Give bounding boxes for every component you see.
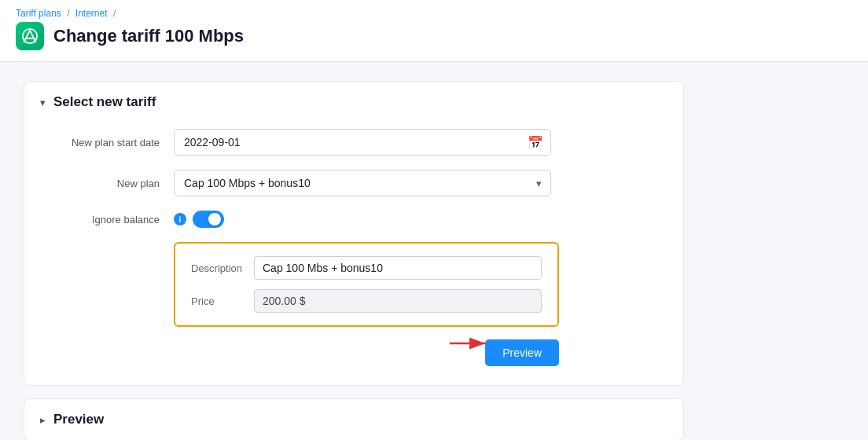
tariff-detail-box: Description Cap 100 Mbs + bonus10 Price … xyxy=(174,242,559,327)
ignore-balance-row: Ignore balance i xyxy=(48,211,660,228)
breadcrumb: Tariff plans / Internet / xyxy=(16,8,852,19)
breadcrumb-tariff-plans[interactable]: Tariff plans xyxy=(16,8,61,19)
start-date-row: New plan start date 📅 xyxy=(48,129,660,156)
breadcrumb-internet[interactable]: Internet xyxy=(75,8,108,19)
start-date-control: 📅 xyxy=(174,129,551,156)
page-title: Change tariff 100 Mbps xyxy=(53,26,244,46)
start-date-input[interactable] xyxy=(174,129,551,156)
ignore-balance-toggle[interactable] xyxy=(193,211,224,228)
preview-section: ▸ Preview xyxy=(24,398,684,440)
select-tariff-header[interactable]: ▾ Select new tariff xyxy=(24,82,683,123)
info-icon[interactable]: i xyxy=(174,213,186,226)
description-value: Cap 100 Mbs + bonus10 xyxy=(254,256,542,280)
new-plan-row: New plan Cap 100 Mbps + bonus10 Cap 50 M… xyxy=(48,170,660,196)
select-tariff-title: Select new tariff xyxy=(53,94,156,110)
collapse-icon: ▾ xyxy=(40,97,46,108)
app-icon xyxy=(16,22,44,50)
preview-button[interactable]: Preview xyxy=(485,339,559,366)
select-tariff-body: New plan start date 📅 New plan Cap 100 M… xyxy=(24,123,683,385)
svg-line-2 xyxy=(30,31,35,42)
ignore-balance-label: Ignore balance xyxy=(48,214,174,226)
preview-btn-row: Preview xyxy=(48,339,559,366)
price-row: Price 200.00 $ xyxy=(191,289,542,313)
description-row: Description Cap 100 Mbs + bonus10 xyxy=(191,256,542,280)
main-content: ▾ Select new tariff New plan start date … xyxy=(0,62,708,440)
new-plan-label: New plan xyxy=(48,178,174,189)
new-plan-control: Cap 100 Mbps + bonus10 Cap 50 Mbps Cap 2… xyxy=(174,170,551,196)
page-header: Tariff plans / Internet / Change tariff … xyxy=(0,0,868,62)
preview-section-title: Preview xyxy=(53,412,104,427)
price-value: 200.00 $ xyxy=(254,289,542,313)
price-label: Price xyxy=(191,295,254,307)
ignore-balance-control: i xyxy=(174,211,551,228)
description-label: Description xyxy=(191,262,254,274)
expand-preview-icon: ▸ xyxy=(40,414,46,426)
select-tariff-section: ▾ Select new tariff New plan start date … xyxy=(24,81,684,386)
svg-line-1 xyxy=(24,31,30,42)
preview-section-header[interactable]: ▸ Preview xyxy=(24,399,683,440)
new-plan-select[interactable]: Cap 100 Mbps + bonus10 Cap 50 Mbps Cap 2… xyxy=(174,170,551,196)
start-date-label: New plan start date xyxy=(48,137,174,148)
